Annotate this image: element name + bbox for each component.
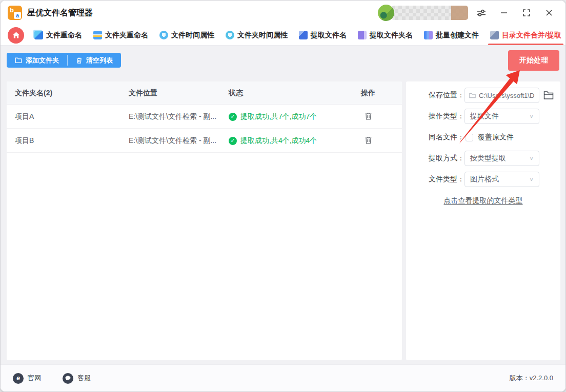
view-file-types-link[interactable]: 点击查看提取的文件类型 <box>444 196 523 204</box>
save-location-label: 保存位置： <box>406 91 464 100</box>
app-window: ba 星优文件名管理器 <box>0 0 566 392</box>
settings-sliders-icon[interactable] <box>472 5 491 21</box>
save-location-field[interactable]: C:\Users\yssoft1\D <box>464 88 539 103</box>
app-title: 星优文件名管理器 <box>27 8 93 18</box>
success-check-icon: ✓ <box>229 137 237 145</box>
open-folder-icon <box>543 91 555 100</box>
header-folder-name: 文件夹名(2) <box>15 81 125 105</box>
header-status: 状态 <box>229 81 357 105</box>
extract-method-label: 提取方式： <box>406 154 464 163</box>
same-name-row: 同名文件： 覆盖原文件 <box>406 130 560 145</box>
cell-file-location: E:\测试文件\文件检索 - 副... <box>129 129 226 153</box>
home-button[interactable] <box>8 27 24 44</box>
tab-label: 批量创建文件 <box>436 31 479 40</box>
support-label: 客服 <box>77 374 91 383</box>
footer-bar: e 官网 客服 版本：v2.2.0.0 <box>1 364 565 391</box>
minimize-button[interactable] <box>495 5 513 21</box>
table-row: 项目B E:\测试文件\文件检索 - 副... ✓ 提取成功,共4个,成功4个 <box>7 129 402 153</box>
cell-folder-name: 项目B <box>15 129 125 153</box>
website-globe-icon: e <box>13 373 24 384</box>
app-logo-icon: ba <box>8 6 22 20</box>
cell-status: 提取成功,共4个,成功4个 <box>240 129 317 153</box>
tab-label: 文件时间属性 <box>171 31 214 40</box>
folder-icon <box>469 93 476 98</box>
file-time-icon <box>159 31 168 39</box>
table-row: 项目A E:\测试文件\文件检索 - 副... ✓ 提取成功,共7个,成功7个 <box>7 105 402 129</box>
tab-file-time-attr[interactable]: 文件时间属性 <box>159 25 214 45</box>
tab-bar: 文件重命名 文件夹重命名 文件时间属性 文件夹时间属性 提取文件名 提取文件夹名 <box>1 25 565 46</box>
table-header-row: 文件夹名(2) 文件位置 状态 操作 <box>7 81 402 105</box>
user-info-redacted <box>391 6 468 20</box>
tab-merge-extract[interactable]: 目录文件合并/提取 <box>490 25 561 45</box>
list-action-buttons: 添加文件夹 清空列表 <box>7 53 121 68</box>
tab-batch-create[interactable]: 批量创建文件 <box>424 25 479 45</box>
settings-panel: 保存位置： C:\Users\yssoft1\D 操作类型： 提取文件 <box>406 81 560 360</box>
tab-label: 文件夹时间属性 <box>237 31 288 40</box>
success-check-icon: ✓ <box>229 113 237 121</box>
content-area: 添加文件夹 清空列表 开始处理 文件夹名(2) 文件位置 状态 操作 项目A E… <box>1 46 565 364</box>
tab-file-rename[interactable]: 文件重命名 <box>34 25 82 45</box>
header-file-location: 文件位置 <box>129 81 226 105</box>
folder-time-icon <box>226 31 234 39</box>
file-type-value: 图片格式 <box>470 175 499 184</box>
add-folder-label: 添加文件夹 <box>26 56 59 65</box>
folder-icon <box>15 57 22 64</box>
clear-list-label: 清空列表 <box>86 56 113 65</box>
file-rename-icon <box>34 31 43 39</box>
maximize-button[interactable] <box>517 5 536 21</box>
extract-filename-icon <box>299 31 308 39</box>
title-bar: ba 星优文件名管理器 <box>1 1 565 25</box>
tab-label: 提取文件夹名 <box>370 31 413 40</box>
file-type-row: 文件类型： 图片格式 ∨ <box>406 172 560 187</box>
merge-extract-icon <box>490 31 499 39</box>
close-button[interactable] <box>540 5 558 21</box>
add-folder-button[interactable]: 添加文件夹 <box>7 53 67 68</box>
cell-file-location: E:\测试文件\文件检索 - 副... <box>129 105 226 129</box>
same-name-label: 同名文件： <box>406 133 464 142</box>
delete-row-button[interactable] <box>365 129 372 153</box>
clear-list-button[interactable]: 清空列表 <box>68 53 121 68</box>
operation-type-value: 提取文件 <box>470 112 499 121</box>
operation-type-select[interactable]: 提取文件 ∨ <box>464 109 539 124</box>
extract-method-value: 按类型提取 <box>470 154 506 163</box>
official-website-link[interactable]: e 官网 <box>13 373 41 384</box>
website-label: 官网 <box>28 374 41 383</box>
version-text: 版本：v2.2.0.0 <box>510 374 553 383</box>
operation-type-label: 操作类型： <box>406 112 464 121</box>
extract-foldername-icon <box>358 31 367 39</box>
tab-label: 文件重命名 <box>46 31 82 40</box>
extract-method-row: 提取方式： 按类型提取 ∨ <box>406 151 560 166</box>
tab-folder-rename[interactable]: 文件夹重命名 <box>93 25 148 45</box>
file-type-select[interactable]: 图片格式 ∨ <box>464 172 539 187</box>
user-avatar[interactable] <box>378 5 394 21</box>
overwrite-label: 覆盖原文件 <box>478 133 514 142</box>
folder-list-table: 文件夹名(2) 文件位置 状态 操作 项目A E:\测试文件\文件检索 - 副.… <box>7 81 402 360</box>
operation-type-row: 操作类型： 提取文件 ∨ <box>406 109 560 124</box>
tab-folder-time-attr[interactable]: 文件夹时间属性 <box>226 25 288 45</box>
start-processing-button[interactable]: 开始处理 <box>508 50 559 71</box>
trash-icon <box>76 57 83 64</box>
cell-status: 提取成功,共7个,成功7个 <box>240 105 317 129</box>
batch-create-icon <box>424 31 433 39</box>
save-location-value: C:\Users\yssoft1\D <box>479 92 534 99</box>
file-type-label: 文件类型： <box>406 175 464 184</box>
chat-bubble-icon <box>63 373 73 384</box>
chevron-down-icon: ∨ <box>529 155 534 161</box>
header-action: 操作 <box>349 81 387 105</box>
customer-service-link[interactable]: 客服 <box>63 373 91 384</box>
browse-folder-button[interactable] <box>539 91 555 100</box>
cell-folder-name: 项目A <box>15 105 125 129</box>
overwrite-checkbox[interactable] <box>466 134 473 141</box>
trash-icon <box>365 136 372 145</box>
extract-method-select[interactable]: 按类型提取 ∨ <box>464 151 539 166</box>
trash-icon <box>365 112 372 120</box>
tab-extract-filename[interactable]: 提取文件名 <box>299 25 347 45</box>
save-location-row: 保存位置： C:\Users\yssoft1\D <box>406 88 560 103</box>
tab-label: 文件夹重命名 <box>105 31 148 40</box>
user-account-area[interactable] <box>378 5 468 21</box>
delete-row-button[interactable] <box>365 105 372 129</box>
tab-label: 目录文件合并/提取 <box>502 31 561 40</box>
chevron-down-icon: ∨ <box>529 113 534 119</box>
tab-extract-foldername[interactable]: 提取文件夹名 <box>358 25 413 45</box>
tab-label: 提取文件名 <box>311 31 347 40</box>
